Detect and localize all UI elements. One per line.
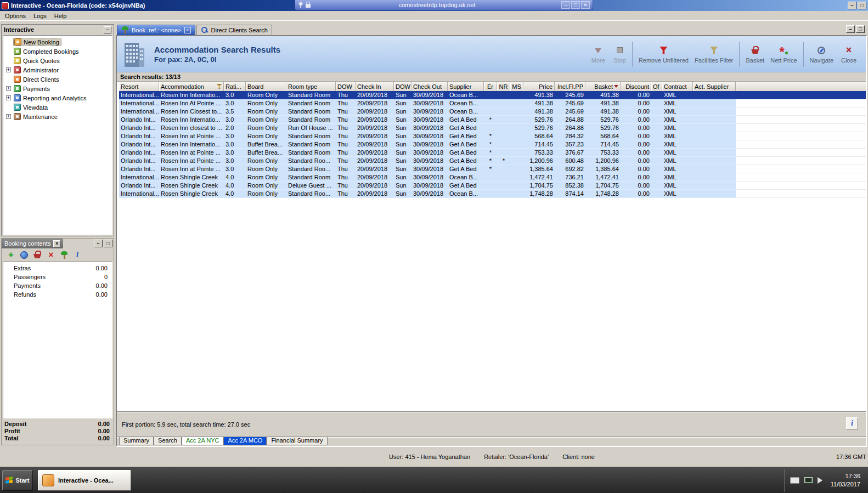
column-header-price[interactable]: Price	[523, 82, 555, 91]
table-row[interactable]: Orlando Int...Rosen Inn Internatio...3.0…	[119, 140, 866, 149]
column-header-nr[interactable]: NR	[497, 82, 510, 91]
table-row[interactable]: Orlando Int...Rosen Inn closest to ...2.…	[119, 124, 866, 132]
column-header-dow[interactable]: DOW	[336, 82, 356, 91]
table-cell: 245.69	[555, 107, 585, 116]
tab-close-icon[interactable]	[184, 27, 191, 33]
table-row[interactable]: Orlando Int...Rosen Inn at Pointe ...3.0…	[119, 149, 866, 157]
panel-restore-button[interactable]	[104, 240, 112, 247]
sidebar-item[interactable]: + Maintenance	[3, 112, 112, 121]
sidebar-item[interactable]: New Booking	[3, 37, 112, 47]
sidebar-item[interactable]: Viewdata	[3, 103, 112, 112]
palm-icon[interactable]	[60, 251, 68, 259]
rdp-close-button[interactable]	[581, 1, 590, 9]
booking-total-value: 0.00	[98, 435, 110, 442]
panel-collapse-button[interactable]	[104, 26, 111, 33]
toolbar-button[interactable]: Basket	[746, 42, 764, 67]
tree-expander-icon[interactable]: +	[6, 114, 11, 119]
view-tab[interactable]: Summary	[119, 437, 154, 445]
sidebar-item[interactable]: + Payments	[3, 84, 112, 93]
table-row[interactable]: Orlando Int...Rosen Shingle Creek4.0Room…	[119, 182, 866, 190]
sidebar-item[interactable]: + Administrator	[3, 65, 112, 75]
table-cell: *	[484, 132, 497, 140]
table-row[interactable]: Orlando Int...Rosen Inn at Pointe ...3.0…	[119, 165, 866, 173]
volume-icon[interactable]	[818, 477, 826, 484]
panel-close-icon[interactable]	[53, 240, 60, 247]
table-row[interactable]: International...Rosen Inn Internatio...3…	[119, 91, 866, 99]
window-maximize-button[interactable]	[858, 2, 866, 9]
table-row[interactable]: Orlando Int...Rosen Inn at Pointe ...3.0…	[119, 157, 866, 165]
column-header-check-out[interactable]: Check Out	[412, 82, 448, 91]
world-icon[interactable]	[20, 251, 28, 259]
sidebar-item[interactable]: Direct Clients	[3, 75, 112, 84]
column-header-rati[interactable]: Rati...	[224, 82, 246, 91]
tree-expander-icon[interactable]: +	[6, 86, 11, 91]
column-header-er[interactable]: Er	[484, 82, 497, 91]
column-header-discount[interactable]: Discount	[621, 82, 651, 91]
document-tab[interactable]: Direct Clients Search	[196, 25, 272, 35]
toolbar-button[interactable]: Navigate	[810, 42, 833, 67]
booking-total-label: Total	[4, 435, 18, 442]
menu-item[interactable]: Logs	[30, 12, 50, 20]
column-header-supplier[interactable]: Supplier	[448, 82, 484, 91]
tree-expander-icon[interactable]: +	[6, 95, 11, 100]
rdp-minimize-button[interactable]	[561, 1, 570, 9]
booking-contents-tab[interactable]: Booking contents	[2, 239, 63, 248]
column-header-incl-fl-pp[interactable]: Incl.Fl.PP	[555, 82, 585, 91]
view-tab[interactable]: Search	[154, 437, 182, 445]
column-header-accommodation[interactable]: Accommodation	[159, 82, 224, 91]
column-header-basket[interactable]: Basket	[585, 82, 621, 91]
sidebar-item[interactable]: Completed Bookings	[3, 47, 112, 56]
menu-item[interactable]: Help	[50, 12, 71, 20]
rdp-connection-bar[interactable]: comostreetrdp.topdog.uk.net	[295, 0, 593, 10]
start-button[interactable]: Start	[2, 470, 33, 491]
view-tab[interactable]: Acc 2A MCO	[223, 437, 267, 445]
mdi-restore-button[interactable]	[856, 25, 865, 33]
column-header-act-supplier[interactable]: Act. Supplier	[693, 82, 736, 91]
toolbar-button[interactable]: Nett Price	[770, 42, 803, 67]
network-icon[interactable]	[804, 477, 813, 483]
column-header-contract[interactable]: Contract	[662, 82, 693, 91]
table-cell: Room Only	[246, 182, 286, 190]
column-header-of[interactable]: Of	[651, 82, 662, 91]
booking-total-row: Deposit 0.00	[4, 421, 110, 428]
view-tab[interactable]: Acc 2A NYC	[182, 437, 224, 445]
filter-icon[interactable]	[217, 84, 222, 89]
table-row[interactable]: Orlando Int...Rosen Inn Internatio...3.0…	[119, 116, 866, 124]
column-header-resort[interactable]: Resort	[119, 82, 159, 91]
window-minimize-button[interactable]	[848, 2, 856, 9]
delete-icon[interactable]	[47, 251, 55, 259]
toolbar-button[interactable]: Stop	[613, 42, 633, 67]
column-header-board[interactable]: Board	[246, 82, 286, 91]
table-row[interactable]: International...Rosen Inn Closest to...3…	[119, 107, 866, 116]
keyboard-icon[interactable]	[790, 477, 799, 484]
view-tab[interactable]: Financial Summary	[267, 437, 327, 445]
table-row[interactable]: International...Rosen Shingle Creek4.0Ro…	[119, 190, 866, 198]
toolbar-button[interactable]: More	[589, 42, 607, 67]
table-row[interactable]: Orlando Int...Rosen Inn at Pointe ...3.0…	[119, 132, 866, 140]
toolbar-button[interactable]: Close	[839, 42, 858, 67]
toolbar-button[interactable]: Facilities Filter	[695, 42, 740, 67]
column-header-check-in[interactable]: Check In	[356, 82, 394, 91]
menu-item[interactable]: Options	[1, 12, 30, 20]
taskbar-app-button[interactable]: Interactive - Ocea...	[38, 470, 131, 491]
column-header-ms[interactable]: MS	[510, 82, 523, 91]
results-grid: ResortAccommodationRati...BoardRoom type…	[117, 82, 866, 198]
table-row[interactable]: International...Rosen Shingle Creek4.0Ro…	[119, 173, 866, 182]
sidebar-item[interactable]: Quick Quotes	[3, 56, 112, 65]
rdp-restore-button[interactable]	[571, 1, 580, 9]
toolbar-button[interactable]: Remove Unfiltered	[639, 42, 689, 67]
basket-icon[interactable]	[33, 251, 42, 259]
add-icon[interactable]	[7, 251, 15, 259]
info-icon[interactable]	[73, 251, 82, 259]
mdi-minimize-button[interactable]	[846, 25, 855, 33]
panel-minimize-button[interactable]	[94, 240, 103, 247]
tree-expander-icon[interactable]: +	[6, 67, 11, 72]
info-button[interactable]: i	[846, 417, 858, 429]
column-header-dow[interactable]: DOW	[394, 82, 412, 91]
sidebar-item[interactable]: + Reporting and Analytics	[3, 93, 112, 103]
table-cell: Room Only	[246, 173, 286, 182]
column-header-room-type[interactable]: Room type	[286, 82, 336, 91]
document-tab[interactable]: Book. ref.: <none>	[117, 25, 195, 35]
table-row[interactable]: International...Rosen Inn At Pointe ...3…	[119, 99, 866, 107]
pin-icon[interactable]	[298, 2, 303, 8]
